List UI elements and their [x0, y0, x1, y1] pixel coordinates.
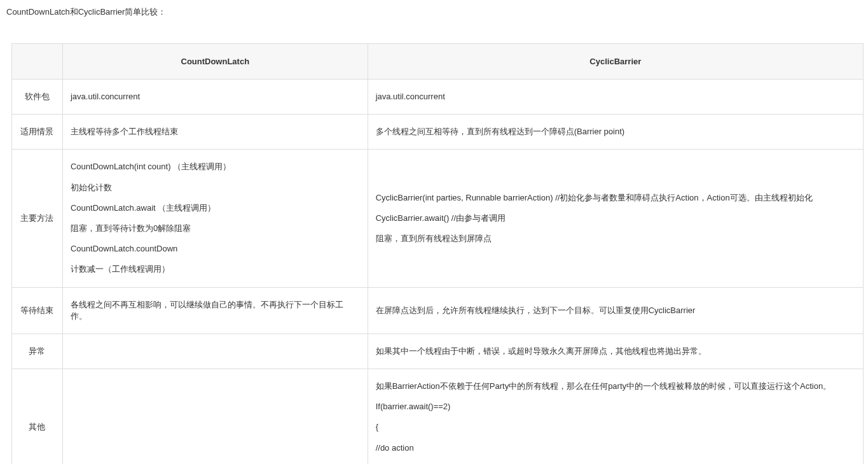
table-row: 等待结束 各线程之间不再互相影响，可以继续做自己的事情。不再执行下一个目标工作。… [12, 287, 864, 334]
cell-other-col2: 如果BarrierAction不依赖于任何Party中的所有线程，那么在任何pa… [368, 369, 863, 464]
header-countdownlatch: CountDownLatch [62, 44, 368, 80]
row-label-package: 软件包 [12, 80, 63, 115]
table-header-row: CountDownLatch CyclicBarrier [12, 44, 864, 80]
table-row: 异常 如果其中一个线程由于中断，错误，或超时导致永久离开屏障点，其他线程也将抛出… [12, 334, 864, 369]
method-line: CountDownLatch.await （主线程调用） [71, 202, 360, 214]
method-line: 计数减一（工作线程调用） [71, 264, 360, 275]
table-row: 软件包 java.util.concurrent java.util.concu… [12, 80, 864, 115]
header-blank [12, 44, 63, 80]
row-label-exception: 异常 [12, 334, 63, 369]
row-label-waitend: 等待结束 [12, 287, 63, 334]
method-line: 阻塞，直到所有线程达到屏障点 [376, 233, 855, 244]
cell-methods-col2: CyclicBarrier(int parties, Runnable barr… [368, 150, 863, 287]
method-line: CyclicBarrier.await() //由参与者调用 [376, 213, 855, 224]
row-label-methods: 主要方法 [12, 150, 63, 287]
cell-scenario-col1: 主线程等待多个工作线程结束 [62, 115, 368, 150]
method-line: CountDownLatch.countDown [71, 243, 360, 255]
cell-other-col1 [62, 369, 368, 464]
cell-package-col2: java.util.concurrent [368, 80, 863, 115]
comparison-table: CountDownLatch CyclicBarrier 软件包 java.ut… [11, 43, 864, 464]
cell-scenario-col2: 多个线程之间互相等待，直到所有线程达到一个障碍点(Barrier point) [368, 115, 863, 150]
table-row: 主要方法 CountDownLatch(int count) （主线程调用） 初… [12, 150, 864, 287]
method-line: 阻塞，直到等待计数为0解除阻塞 [71, 223, 360, 234]
row-label-other: 其他 [12, 369, 63, 464]
cell-exception-col2: 如果其中一个线程由于中断，错误，或超时导致永久离开屏障点，其他线程也将抛出异常。 [368, 334, 863, 369]
cell-waitend-col1: 各线程之间不再互相影响，可以继续做自己的事情。不再执行下一个目标工作。 [62, 287, 368, 334]
header-cyclicbarrier: CyclicBarrier [368, 44, 863, 80]
cell-waitend-col2: 在屏障点达到后，允许所有线程继续执行，达到下一个目标。可以重复使用CyclicB… [368, 287, 863, 334]
method-line: 初始化计数 [71, 182, 360, 193]
page-title: CountDownLatch和CyclicBarrier简单比较： [6, 6, 862, 18]
table-row: 其他 如果BarrierAction不依赖于任何Party中的所有线程，那么在任… [12, 369, 864, 464]
other-line: If(barrier.await()==2) [376, 401, 855, 412]
other-line: //do action [376, 442, 855, 454]
other-line: 如果BarrierAction不依赖于任何Party中的所有线程，那么在任何pa… [376, 381, 855, 392]
cell-methods-col1: CountDownLatch(int count) （主线程调用） 初始化计数 … [62, 150, 368, 287]
other-line: { [376, 421, 855, 433]
cell-exception-col1 [62, 334, 368, 369]
method-line: CountDownLatch(int count) （主线程调用） [71, 161, 360, 172]
row-label-scenario: 适用情景 [12, 115, 63, 150]
table-row: 适用情景 主线程等待多个工作线程结束 多个线程之间互相等待，直到所有线程达到一个… [12, 115, 864, 150]
method-line: CyclicBarrier(int parties, Runnable barr… [376, 192, 855, 204]
cell-package-col1: java.util.concurrent [62, 80, 368, 115]
